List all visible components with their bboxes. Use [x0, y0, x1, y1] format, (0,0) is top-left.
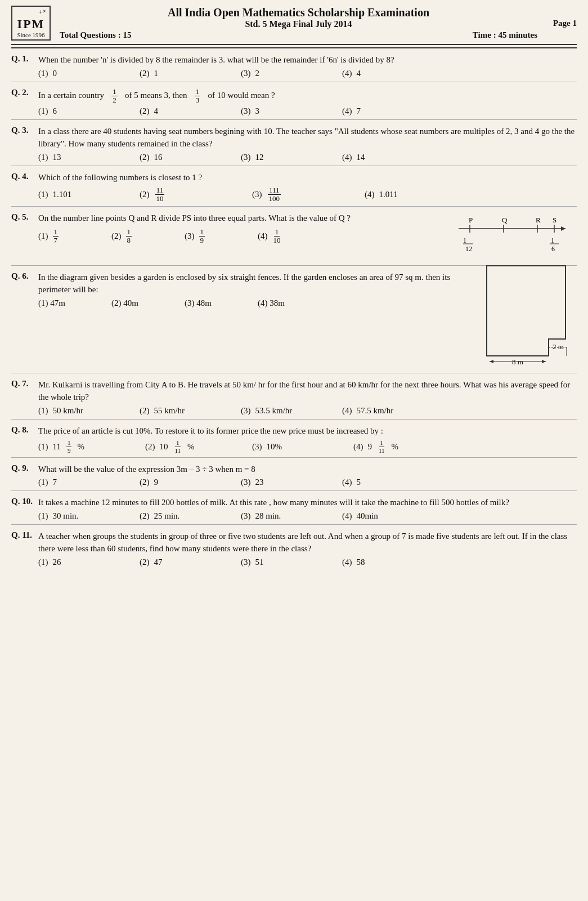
- q6-content: In the diagram given besides a garden is…: [38, 271, 577, 369]
- q5-frac2: 18: [126, 228, 132, 245]
- svg-text:12: 12: [465, 245, 472, 253]
- q8-frac1: 19: [66, 439, 72, 453]
- q9-row: Q. 9. What will be the value of the expr…: [11, 463, 577, 476]
- q10-opt4: (4)40min: [342, 511, 443, 521]
- question-11: Q. 11. A teacher when groups the student…: [11, 530, 577, 567]
- q3-opt3: (3)12: [241, 153, 342, 162]
- q3-opt4: (4)14: [342, 153, 443, 162]
- q6-divider: [11, 373, 577, 373]
- q1-opt3: (3)2: [241, 69, 342, 78]
- q4-opt3: (3) 111 100: [252, 186, 365, 203]
- q9-divider: [11, 490, 577, 491]
- q3-text: In a class there are 40 students having …: [38, 126, 577, 150]
- svg-text:1: 1: [551, 237, 554, 244]
- question-5: Q. 5. On the number line points Q and R …: [11, 212, 577, 262]
- question-8: Q. 8. The price of an article is cut 10%…: [11, 425, 577, 454]
- q11-opt3: (3)51: [241, 557, 342, 567]
- q4-opt1: (1)1.101: [38, 190, 140, 199]
- logo-box: +ˣ IPM Since 1996: [11, 6, 51, 41]
- q11-options: (1)26 (2)47 (3)51 (4)58: [38, 557, 577, 567]
- q2-frac1: 1 2: [111, 88, 118, 105]
- question-3: Q. 3. In a class there are 40 students h…: [11, 126, 577, 162]
- q10-opt3: (3)28 min.: [241, 511, 342, 521]
- q4-options: (1)1.101 (2) 11 10 (3) 111 100 (4)1.011: [38, 186, 577, 203]
- q7-opt4: (4)57.5 km/hr: [342, 406, 443, 416]
- q10-row: Q. 10. It takes a machine 12 minutes to …: [11, 497, 577, 509]
- q1-opt2: (2)1: [140, 69, 241, 78]
- q10-divider: [11, 524, 577, 525]
- q10-num: Q. 10.: [11, 497, 38, 506]
- logo-ipm: IPM: [16, 17, 46, 32]
- q1-options: (1)0 (2)1 (3)2 (4)4: [38, 69, 577, 78]
- logo-icon: +ˣ: [16, 8, 46, 17]
- q5-text-block: On the number line points Q and R divide…: [38, 212, 442, 246]
- question-10: Q. 10. It takes a machine 12 minutes to …: [11, 497, 577, 521]
- q4-opt4: (4)1.011: [365, 190, 466, 199]
- q5-opt2: (2) 18: [111, 228, 185, 245]
- q8-opt2: (2) 10 111 %: [145, 439, 252, 453]
- svg-text:S: S: [553, 216, 556, 224]
- q2-num: Q. 2.: [11, 88, 38, 97]
- q7-divider: [11, 419, 577, 420]
- q5-frac4: 110: [272, 228, 282, 245]
- total-questions: Total Questions : 15: [60, 30, 131, 40]
- q9-options: (1)7 (2)9 (3)23 (4)5: [38, 478, 577, 487]
- q9-opt1: (1)7: [38, 478, 140, 487]
- q9-num: Q. 9.: [11, 463, 38, 473]
- question-4: Q. 4. Which of the following numbers is …: [11, 172, 577, 203]
- header-text: All India Open Mathematics Scholarship E…: [60, 6, 537, 40]
- q5-frac1: 17: [53, 228, 59, 245]
- svg-text:P: P: [469, 216, 473, 224]
- q2-text: In a certain country 1 2 of 5 means 3, t…: [38, 88, 577, 105]
- q9-opt4: (4)5: [342, 478, 443, 487]
- q9-opt2: (2)9: [140, 478, 241, 487]
- q7-row: Q. 7. Mr. Kulkarni is travelling from Ci…: [11, 379, 577, 404]
- q5-content: On the number line points Q and R divide…: [38, 212, 577, 262]
- question-6: Q. 6. In the diagram given besides a gar…: [11, 271, 577, 369]
- q3-opt2: (2)16: [140, 153, 241, 162]
- q1-divider: [11, 82, 577, 82]
- q11-opt2: (2)47: [140, 557, 241, 567]
- q8-opt4: (4) 9 111 %: [353, 439, 455, 453]
- q7-text: Mr. Kulkarni is travelling from City A t…: [38, 379, 577, 404]
- q5-text: On the number line points Q and R divide…: [38, 212, 442, 225]
- q7-num: Q. 7.: [11, 379, 38, 389]
- question-9: Q. 9. What will be the value of the expr…: [11, 463, 577, 488]
- q10-text: It takes a machine 12 minutes to fill 20…: [38, 497, 577, 509]
- q6-opt2: (2) 40m: [111, 298, 185, 308]
- q8-opt1: (1) 11 19 %: [38, 439, 145, 453]
- q11-num: Q. 11.: [11, 530, 38, 540]
- q3-num: Q. 3.: [11, 126, 38, 135]
- q3-row: Q. 3. In a class there are 40 students h…: [11, 126, 577, 150]
- q11-opt1: (1)26: [38, 557, 140, 567]
- q6-diagram: 8 m 2 m: [481, 260, 577, 369]
- exam-time: Time : 45 minutes: [473, 30, 537, 40]
- q4-num: Q. 4.: [11, 172, 38, 181]
- q1-num: Q. 1.: [11, 54, 38, 64]
- number-line-svg: P Q R S 1 12 1 6: [453, 215, 577, 260]
- q5-opt3: (3) 19: [185, 228, 258, 245]
- q2-row: Q. 2. In a certain country 1 2 of 5 mean…: [11, 88, 577, 105]
- q11-row: Q. 11. A teacher when groups the student…: [11, 530, 577, 555]
- question-1: Q. 1. When the number 'n' is divided by …: [11, 54, 577, 78]
- logo-since: Since 1996: [16, 32, 46, 38]
- q4-divider: [11, 206, 577, 207]
- q6-text-block: In the diagram given besides a garden is…: [38, 271, 472, 309]
- q3-divider: [11, 166, 577, 166]
- q8-text: The price of an article is cut 10%. To r…: [38, 425, 577, 438]
- q2-opt2: (2)4: [140, 106, 241, 116]
- q9-text: What will be the value of the expression…: [38, 463, 577, 476]
- q6-options: (1) 47m (2) 40m (3) 48m (4) 38m: [38, 298, 472, 308]
- q10-opt1: (1)30 min.: [38, 511, 140, 521]
- q10-opt2: (2)25 min.: [140, 511, 241, 521]
- q6-num: Q. 6.: [11, 271, 38, 281]
- q5-opt1: (1) 17: [38, 228, 111, 245]
- q7-opt2: (2)55 km/hr: [140, 406, 241, 416]
- svg-marker-1: [561, 226, 565, 231]
- q8-row: Q. 8. The price of an article is cut 10%…: [11, 425, 577, 438]
- q11-opt4: (4)58: [342, 557, 443, 567]
- q8-frac4: 111: [378, 439, 386, 453]
- q6-opt1: (1) 47m: [38, 298, 111, 308]
- header-info: Total Questions : 15 Time : 45 minutes: [60, 30, 537, 40]
- question-7: Q. 7. Mr. Kulkarni is travelling from Ci…: [11, 379, 577, 416]
